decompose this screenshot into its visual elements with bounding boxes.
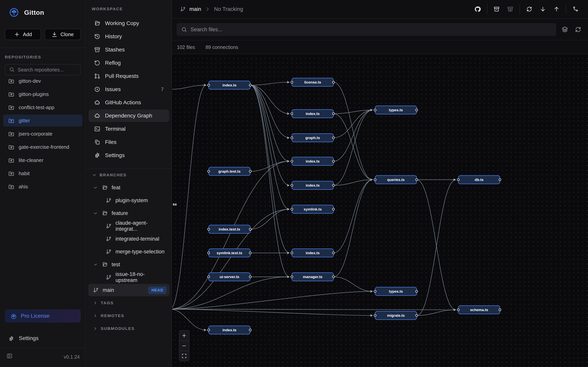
sidebar-item-dependency-graph[interactable]: Dependency Graph — [89, 109, 169, 122]
graph-node-schema-ts[interactable]: schema.ts — [457, 306, 501, 314]
dependency-graph-canvas[interactable]: index.tslicense.tsindex.tstypes.tsgraph.… — [172, 54, 588, 367]
archive-restore-button[interactable] — [505, 4, 516, 15]
git-compare-button[interactable] — [570, 4, 581, 15]
branch-item-claude-agent-integrat-[interactable]: claude-agent-integrat... — [88, 220, 170, 232]
input-port[interactable] — [291, 276, 293, 278]
zoom-out-button[interactable] — [179, 341, 189, 351]
branches-section-toggle[interactable]: BRANCHES — [92, 172, 127, 177]
layers-icon[interactable] — [562, 26, 568, 33]
input-port[interactable] — [291, 81, 293, 83]
input-port[interactable] — [374, 290, 376, 292]
app-settings-button[interactable]: Settings — [5, 333, 81, 344]
graph-node-index-ts[interactable]: index.ts — [291, 181, 335, 190]
repo-item-conflict-test-app[interactable]: conflict-test-app — [3, 101, 82, 113]
output-port[interactable] — [332, 208, 335, 210]
graph-node-index-ts[interactable]: index.ts — [291, 249, 335, 257]
input-port[interactable] — [208, 276, 210, 278]
input-port[interactable] — [374, 179, 376, 181]
graph-node-index-ts[interactable]: index.ts — [208, 81, 251, 89]
input-port[interactable] — [208, 170, 210, 172]
arrow-down-button[interactable] — [537, 4, 548, 15]
graph-node-index-ts[interactable]: index.ts — [291, 109, 335, 118]
graph-node-types-ts[interactable]: types.ts — [374, 106, 418, 114]
repo-item-ahis[interactable]: ahis — [3, 181, 82, 193]
branch-item-test[interactable]: test — [88, 258, 170, 271]
graph-node-symlink-test-ts[interactable]: symlink.test.ts — [208, 249, 251, 257]
input-port[interactable] — [208, 84, 210, 86]
sidebar-item-history[interactable]: History — [89, 30, 169, 43]
branch-item-merge-type-selection[interactable]: merge-type-selection — [88, 245, 170, 258]
repo-item-gitton-plugins[interactable]: gitton-plugins — [3, 88, 82, 100]
output-port[interactable] — [332, 160, 335, 162]
graph-node-license-ts[interactable]: license.ts — [291, 78, 335, 86]
input-port[interactable] — [291, 184, 293, 186]
sidebar-item-working-copy[interactable]: Working Copy — [89, 17, 169, 30]
output-port[interactable] — [249, 84, 251, 86]
input-port[interactable] — [208, 252, 210, 254]
pro-license-button[interactable]: Pro License — [5, 309, 81, 323]
sidebar-item-pull-requests[interactable]: Pull Requests — [89, 70, 169, 82]
branch-item-feature[interactable]: feature — [88, 207, 170, 219]
github-button[interactable] — [472, 4, 483, 15]
input-port[interactable] — [374, 314, 376, 317]
branch-item-plugin-system[interactable]: plugin-system — [88, 194, 170, 207]
graph-node-graph-test-ts[interactable]: graph.test.ts — [208, 167, 251, 175]
sidebar-item-terminal[interactable]: Terminal — [89, 123, 169, 135]
output-port[interactable] — [499, 179, 501, 181]
input-port[interactable] — [291, 137, 293, 139]
fit-view-button[interactable] — [179, 351, 189, 361]
branch-item-feat[interactable]: feat — [88, 181, 170, 194]
input-port[interactable] — [291, 252, 293, 254]
repo-item-jsers-corporate[interactable]: jsers-corporate — [3, 128, 82, 140]
output-port[interactable] — [332, 276, 335, 278]
sidebar-item-stashes[interactable]: Stashes — [89, 43, 169, 56]
input-port[interactable] — [457, 179, 459, 181]
collapse-sidebar-button[interactable] — [7, 353, 16, 362]
input-port[interactable] — [291, 208, 293, 210]
graph-node-symlink-ts[interactable]: symlink.ts — [291, 205, 335, 213]
graph-node-index-ts[interactable]: index.ts — [291, 157, 335, 166]
file-search[interactable] — [177, 23, 556, 36]
output-port[interactable] — [332, 184, 335, 186]
input-port[interactable] — [208, 228, 210, 230]
input-port[interactable] — [291, 160, 293, 162]
repository-search-input[interactable] — [18, 67, 77, 73]
refresh-cw-button[interactable] — [524, 4, 535, 15]
zoom-in-button[interactable] — [179, 331, 189, 341]
output-port[interactable] — [249, 170, 251, 172]
output-port[interactable] — [249, 329, 251, 331]
archive-button[interactable] — [491, 4, 502, 15]
graph-node-ui-server-ts[interactable]: ui-server.ts — [208, 273, 251, 281]
refresh-graph-icon[interactable] — [575, 26, 581, 33]
branch-item-issue-18-no-upstream[interactable]: issue-18-no-upstream — [88, 271, 170, 284]
graph-node-index-test-ts[interactable]: index.test.ts — [208, 225, 251, 234]
input-port[interactable] — [291, 113, 293, 115]
sidebar-item-issues[interactable]: Issues7 — [89, 83, 169, 96]
add-repository-button[interactable]: Add — [5, 29, 41, 40]
graph-node-queries-ts[interactable]: queries.ts — [374, 175, 418, 184]
file-search-input[interactable] — [190, 27, 552, 33]
sidebar-item-github-actions[interactable]: GitHub Actions — [89, 96, 169, 109]
graph-node-migrate-ts[interactable]: migrate.ts — [374, 311, 418, 320]
clone-repository-button[interactable]: Clone — [44, 29, 81, 40]
output-port[interactable] — [416, 179, 418, 181]
repo-item-gate-exercise-frontend[interactable]: gate-exercise-frontend — [3, 141, 82, 153]
repo-item-gitton-dev[interactable]: gitton-dev — [3, 75, 82, 87]
repo-item-lite-cleaner[interactable]: lite-cleaner — [3, 154, 82, 166]
output-port[interactable] — [416, 290, 418, 292]
branch-item-main[interactable]: mainHEAD — [88, 284, 170, 296]
output-port[interactable] — [332, 252, 335, 254]
output-port[interactable] — [249, 276, 251, 278]
output-port[interactable] — [416, 109, 418, 111]
graph-node-db-ts[interactable]: db.ts — [457, 175, 501, 184]
output-port[interactable] — [499, 309, 501, 311]
arrow-up-button[interactable] — [551, 4, 562, 15]
output-port[interactable] — [249, 252, 251, 254]
input-port[interactable] — [374, 109, 376, 111]
sidebar-item-reflog[interactable]: Reflog — [89, 57, 169, 69]
section-toggle-remotes[interactable]: REMOTES — [88, 309, 170, 322]
section-toggle-tags[interactable]: TAGS — [88, 297, 170, 309]
output-port[interactable] — [332, 81, 335, 83]
graph-node-manager-ts[interactable]: manager.ts — [291, 273, 335, 281]
output-port[interactable] — [249, 228, 251, 230]
